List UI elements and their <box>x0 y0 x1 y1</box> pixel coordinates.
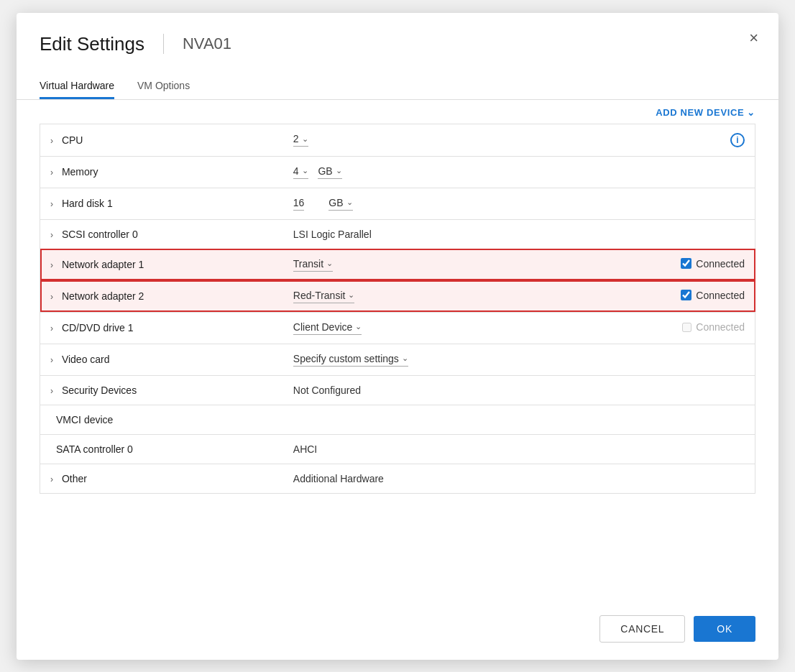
tab-virtual-hardware[interactable]: Virtual Hardware <box>40 74 114 99</box>
row-status-other <box>569 464 755 493</box>
table-row: › SCSI controller 0 LSI Logic Parallel <box>40 219 755 249</box>
row-value-memory: 4 ⌄ GB ⌄ <box>283 156 569 188</box>
row-name-network-adapter-1: › Network adapter 1 <box>40 249 283 280</box>
row-status-cd-dvd: Connected <box>569 312 755 344</box>
dialog-header: Edit Settings NVA01 × <box>17 13 778 55</box>
chevron-right-icon[interactable]: › <box>50 323 53 333</box>
memory-unit-select[interactable]: GB ⌄ <box>318 165 341 179</box>
row-value-network-adapter-1: Transit ⌄ <box>283 249 569 280</box>
chevron-right-icon[interactable]: › <box>50 167 53 178</box>
chevron-right-icon[interactable]: › <box>50 474 53 484</box>
row-name-video-card: › Video card <box>40 344 283 375</box>
row-name-security-devices: › Security Devices <box>40 375 283 405</box>
add-new-device-button[interactable]: ADD NEW DEVICE ⌄ <box>656 107 755 118</box>
connected-check-input-1[interactable] <box>681 258 691 269</box>
row-status-network-adapter-2: Connected <box>569 280 755 312</box>
table-row: › Network adapter 1 Transit ⌄ Connected <box>40 249 755 280</box>
tab-vm-options[interactable]: VM Options <box>137 74 190 99</box>
chevron-right-icon[interactable]: › <box>50 260 53 270</box>
hard-disk-unit-select[interactable]: GB ⌄ <box>328 197 352 211</box>
row-status-video-card <box>569 344 755 375</box>
network-adapter-1-select[interactable]: Transit ⌄ <box>293 258 333 272</box>
row-name-sata-controller: SATA controller 0 <box>40 434 283 464</box>
cd-dvd-select[interactable]: Client Device ⌄ <box>293 321 362 335</box>
chevron-down-icon: ⌄ <box>747 107 755 118</box>
row-name-scsi: › SCSI controller 0 <box>40 219 283 249</box>
row-status-scsi <box>569 219 755 249</box>
row-value-hard-disk: 16 GB ⌄ <box>283 188 569 219</box>
info-icon[interactable]: i <box>730 133 745 147</box>
ok-button[interactable]: OK <box>694 616 755 642</box>
row-name-other: › Other <box>40 464 283 493</box>
chevron-right-icon[interactable]: › <box>50 136 53 146</box>
table-row: › CD/DVD drive 1 Client Device ⌄ Connect… <box>40 312 755 344</box>
row-value-scsi: LSI Logic Parallel <box>283 219 569 249</box>
caret-icon: ⌄ <box>326 259 333 268</box>
toolbar: ADD NEW DEVICE ⌄ <box>17 100 778 124</box>
connected-disabled-label: Connected <box>682 321 745 333</box>
row-value-sata-controller: AHCI <box>283 434 569 464</box>
row-value-cd-dvd: Client Device ⌄ <box>283 312 569 344</box>
hard-disk-size-input[interactable]: 16 <box>293 197 305 211</box>
row-value-cpu: 2 ⌄ <box>283 124 569 156</box>
row-status-hard-disk <box>569 188 755 219</box>
connected-check-input-2[interactable] <box>681 290 691 300</box>
connected-checkbox-1[interactable]: Connected <box>681 258 745 270</box>
connected-check-input-cd[interactable] <box>682 323 691 332</box>
caret-icon: ⌄ <box>336 166 342 175</box>
tabs-bar: Virtual Hardware VM Options <box>17 61 778 100</box>
chevron-right-icon[interactable]: › <box>50 292 53 302</box>
caret-icon: ⌄ <box>402 354 408 363</box>
memory-value-select[interactable]: 4 ⌄ <box>293 165 308 179</box>
table-row: › Video card Specify custom settings ⌄ <box>40 344 755 375</box>
row-status-sata-controller <box>569 434 755 464</box>
dialog-title: Edit Settings <box>40 33 144 55</box>
row-status-memory <box>569 156 755 188</box>
row-status-cpu: i <box>569 124 755 156</box>
row-value-vmci-device <box>283 405 569 434</box>
dialog-separator <box>163 34 164 54</box>
chevron-right-icon[interactable]: › <box>50 386 53 396</box>
row-value-other: Additional Hardware <box>283 464 569 493</box>
caret-icon: ⌄ <box>348 290 354 300</box>
caret-icon: ⌄ <box>346 198 353 207</box>
video-card-select[interactable]: Specify custom settings ⌄ <box>293 353 408 367</box>
row-name-memory: › Memory <box>40 156 283 188</box>
cancel-button[interactable]: CANCEL <box>599 615 685 643</box>
row-name-cpu: › CPU <box>40 124 283 156</box>
network-adapter-2-select[interactable]: Red-Transit ⌄ <box>293 290 355 303</box>
hardware-table-container: › CPU 2 ⌄ i › <box>17 124 778 598</box>
row-name-network-adapter-2: › Network adapter 2 <box>40 280 283 312</box>
caret-icon: ⌄ <box>302 166 308 175</box>
table-row: › CPU 2 ⌄ i <box>40 124 755 156</box>
table-row: › Security Devices Not Configured <box>40 375 755 405</box>
table-row: SATA controller 0 AHCI <box>40 434 755 464</box>
hardware-table: › CPU 2 ⌄ i › <box>40 124 755 494</box>
row-name-hard-disk: › Hard disk 1 <box>40 188 283 219</box>
dialog-footer: CANCEL OK <box>17 598 778 660</box>
table-row: › Network adapter 2 Red-Transit ⌄ Connec… <box>40 280 755 312</box>
row-status-vmci-device <box>569 405 755 434</box>
table-row: › Memory 4 ⌄ GB ⌄ <box>40 156 755 188</box>
caret-icon: ⌄ <box>302 134 308 144</box>
row-value-video-card: Specify custom settings ⌄ <box>283 344 569 375</box>
row-status-network-adapter-1: Connected <box>569 249 755 280</box>
chevron-right-icon[interactable]: › <box>50 230 53 240</box>
dialog-vm-name: NVA01 <box>183 34 231 53</box>
close-button[interactable]: × <box>749 30 758 46</box>
row-status-security-devices <box>569 375 755 405</box>
table-row: › Hard disk 1 16 GB ⌄ <box>40 188 755 219</box>
cpu-select[interactable]: 2 ⌄ <box>293 133 308 147</box>
row-name-vmci-device: VMCI device <box>40 405 283 434</box>
row-value-security-devices: Not Configured <box>283 375 569 405</box>
row-name-cd-dvd: › CD/DVD drive 1 <box>40 312 283 344</box>
chevron-right-icon[interactable]: › <box>50 199 53 209</box>
caret-icon: ⌄ <box>355 322 362 331</box>
connected-checkbox-2[interactable]: Connected <box>681 290 745 301</box>
table-row: VMCI device <box>40 405 755 434</box>
row-value-network-adapter-2: Red-Transit ⌄ <box>283 280 569 312</box>
chevron-right-icon[interactable]: › <box>50 355 53 365</box>
table-row: › Other Additional Hardware <box>40 464 755 493</box>
edit-settings-dialog: Edit Settings NVA01 × Virtual Hardware V… <box>17 13 778 660</box>
